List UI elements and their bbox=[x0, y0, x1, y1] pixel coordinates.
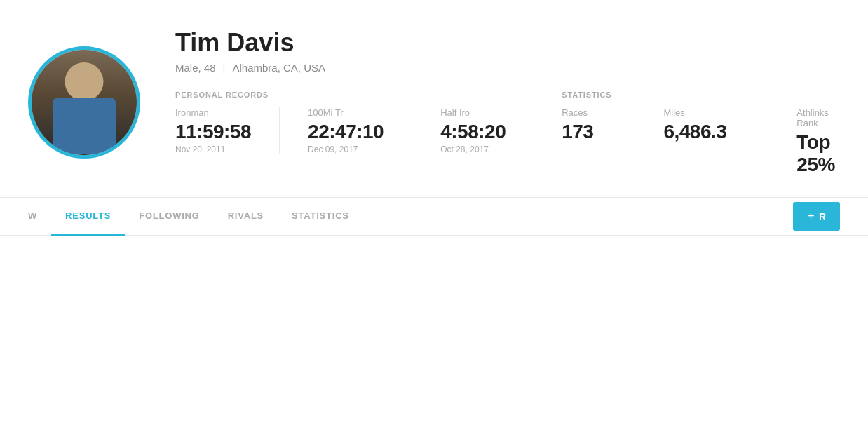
stat-item: Races 173 bbox=[562, 107, 628, 176]
record-type: Ironman bbox=[175, 107, 251, 118]
add-button-icon: + bbox=[807, 209, 815, 224]
record-time: 4:58:20 bbox=[440, 121, 506, 143]
personal-records-section: PERSONAL RECORDS Ironman 11:59:58 Nov 20… bbox=[175, 91, 506, 176]
avatar-container bbox=[28, 46, 140, 159]
record-time: 11:59:58 bbox=[175, 121, 251, 143]
meta-divider: | bbox=[223, 62, 226, 74]
record-time: 22:47:10 bbox=[308, 121, 384, 143]
add-button-label: R bbox=[819, 211, 826, 222]
statistics-list: Races 173 Miles 6,486.3 Athlinks Rank To… bbox=[562, 107, 840, 176]
profile-name: Tim Davis bbox=[175, 28, 840, 58]
nav-tab-following[interactable]: FOLLOWING bbox=[125, 198, 213, 236]
nav-section: WRESULTSFOLLOWINGRIVALSSTATISTICS + R bbox=[0, 198, 868, 236]
avatar-image bbox=[32, 50, 137, 155]
stat-value: 173 bbox=[562, 121, 593, 143]
nav-tab-w[interactable]: W bbox=[28, 198, 51, 236]
record-date: Nov 20, 2011 bbox=[175, 145, 251, 154]
stat-label: Athlinks Rank bbox=[796, 107, 840, 128]
statistics-label: STATISTICS bbox=[562, 91, 840, 99]
record-type: 100Mi Tr bbox=[308, 107, 384, 118]
record-date: Dec 09, 2017 bbox=[308, 145, 384, 154]
nav-tab-results[interactable]: RESULTS bbox=[51, 198, 125, 236]
stat-label: Miles bbox=[663, 107, 726, 118]
profile-info: Tim Davis Male, 48 | Alhambra, CA, USA P… bbox=[175, 28, 840, 176]
stat-item: Athlinks Rank Top 25% bbox=[796, 107, 840, 176]
record-item: Ironman 11:59:58 Nov 20, 2011 bbox=[175, 107, 280, 154]
nav-tab-rivals[interactable]: RIVALS bbox=[214, 198, 278, 236]
stat-value: Top 25% bbox=[796, 131, 840, 176]
record-type: Half Iro bbox=[440, 107, 506, 118]
record-item: Half Iro 4:58:20 Oct 28, 2017 bbox=[440, 107, 506, 154]
nav-tab-statistics[interactable]: STATISTICS bbox=[278, 198, 363, 236]
records-stats-row: PERSONAL RECORDS Ironman 11:59:58 Nov 20… bbox=[175, 91, 840, 176]
profile-location: Alhambra, CA, USA bbox=[232, 62, 325, 74]
add-button[interactable]: + R bbox=[793, 202, 840, 231]
personal-records-label: PERSONAL RECORDS bbox=[175, 91, 506, 99]
record-date: Oct 28, 2017 bbox=[440, 145, 506, 154]
profile-meta: Male, 48 | Alhambra, CA, USA bbox=[175, 62, 840, 74]
stat-label: Races bbox=[562, 107, 593, 118]
personal-records-list: Ironman 11:59:58 Nov 20, 2011 100Mi Tr 2… bbox=[175, 107, 506, 154]
record-item: 100Mi Tr 22:47:10 Dec 09, 2017 bbox=[308, 107, 412, 154]
statistics-section: STATISTICS Races 173 Miles 6,486.3 Athli… bbox=[562, 91, 840, 176]
stat-value: 6,486.3 bbox=[663, 121, 726, 143]
header-section: Tim Davis Male, 48 | Alhambra, CA, USA P… bbox=[0, 0, 868, 198]
nav-tabs: WRESULTSFOLLOWINGRIVALSSTATISTICS bbox=[28, 198, 793, 235]
stat-item: Miles 6,486.3 bbox=[663, 107, 761, 176]
profile-gender-age: Male, 48 bbox=[175, 62, 216, 74]
